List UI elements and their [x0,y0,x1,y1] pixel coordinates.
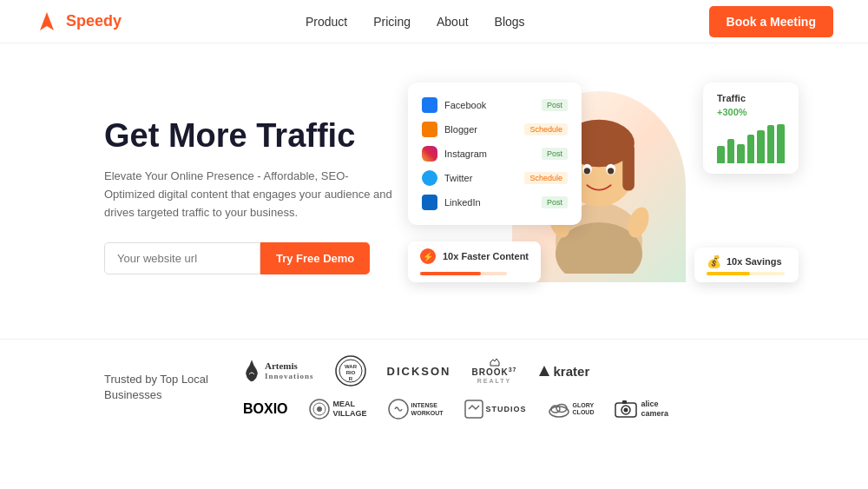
boxio-logo: BOXIO [243,401,288,417]
blogger-tag: Schedule [524,123,568,135]
nav-product[interactable]: Product [306,15,347,29]
svg-point-19 [317,406,322,412]
twitter-label: Twitter [444,173,472,183]
savings-row: 💰 10x Savings [707,254,786,268]
studios-icon [464,400,483,419]
bar-4 [747,135,755,163]
glory-cloud-icon [548,400,570,419]
faster-icon: ⚡ [420,248,436,264]
workout-icon [388,399,409,420]
warrior-logo: WAR RIO R [335,355,366,387]
hero-illustration: Facebook Post Blogger Schedule Instagram… [399,74,799,317]
faster-progress-fill [420,272,481,275]
artemis-icon [243,359,260,383]
linkedin-tag: Post [542,196,568,208]
bar-5 [757,130,765,163]
logos-section: Trusted by Top Local Businesses Artemis … [0,339,868,420]
nav-about[interactable]: About [437,15,469,29]
logos-grid: Artemis Innovations WAR RIO R DICKSON [243,355,764,420]
facebook-icon [422,97,437,113]
instagram-label: Instagram [444,149,487,159]
svg-text:R: R [348,376,352,381]
nav-links: Product Pricing About Blogs [306,15,525,29]
camera-icon [615,400,637,419]
brook-crown-icon [490,358,500,367]
social-row-instagram: Instagram Post [422,142,568,166]
faster-label: 10x Faster Content [443,251,529,261]
facebook-label: Facebook [444,100,486,110]
traffic-percent: +300% [717,107,785,117]
dickson-logo: DICKSON [387,365,451,378]
bar-1 [717,146,725,163]
savings-label: 10x Savings [727,256,782,267]
instagram-tag: Post [542,148,568,160]
social-row-linkedin: LinkedIn Post [422,190,568,215]
faster-progress-bar [420,272,507,275]
website-url-input[interactable] [104,242,260,274]
social-media-card: Facebook Post Blogger Schedule Instagram… [408,83,582,225]
hero-section: Get More Traffic Elevate Your Online Pre… [0,43,868,339]
blogger-icon [422,122,437,137]
bar-3 [737,144,745,163]
alice-camera-logo: alicecamera [615,400,668,419]
savings-progress-bar [707,272,785,275]
nav-blogs[interactable]: Blogs [495,15,525,29]
glory-cloud-logo: GLORYCLOUD [548,400,595,419]
traffic-card: Traffic +300% [703,83,799,174]
svg-rect-5 [622,143,635,191]
facebook-tag: Post [542,99,568,111]
warrior-icon: WAR RIO R [335,355,366,387]
hero-subtitle: Elevate Your Online Presence - Affordabl… [104,168,399,221]
trusted-label: Trusted by Top Local Businesses [104,372,217,403]
intense-workout-logo: INTENSEWORKOUT [388,399,444,420]
studios-logo: STUDIOS [464,400,527,419]
svg-rect-28 [622,400,627,404]
krater-triangle-icon [538,365,550,377]
svg-rect-21 [465,400,483,418]
hero-left: Get More Traffic Elevate Your Online Pre… [104,116,399,275]
svg-text:RIO: RIO [345,370,355,375]
krater-logo: krater [538,364,590,379]
social-row-twitter: Twitter Schedule [422,166,568,190]
meal-village-logo: MEALVILLAGE [309,399,367,420]
svg-text:WAR: WAR [345,364,358,369]
bar-2 [727,139,735,163]
bar-7 [777,124,785,163]
faster-content-badge: ⚡ 10x Faster Content [408,241,541,282]
hero-cta-row: Try Free Demo [104,242,399,274]
twitter-icon [422,170,437,186]
nav-pricing[interactable]: Pricing [373,15,411,29]
logo[interactable]: Speedy [35,10,122,34]
book-meeting-button[interactable]: Book a Meeting [709,6,833,37]
traffic-bar-chart [717,124,785,163]
artemis-logo: Artemis Innovations [243,359,314,383]
social-row-blogger: Blogger Schedule [422,117,568,142]
logos-row-2: BOXIO MEALVILLAGE [243,399,764,420]
logo-icon [35,10,59,34]
blogger-label: Blogger [444,124,477,135]
twitter-tag: Schedule [524,172,568,184]
meal-icon [309,399,330,420]
traffic-card-label: Traffic [717,93,785,103]
savings-icon: 💰 [707,254,721,268]
social-row-facebook: Facebook Post [422,93,568,117]
hero-title: Get More Traffic [104,116,399,156]
linkedin-label: LinkedIn [444,197,481,208]
svg-point-27 [624,408,628,413]
brook37-logo: BROOK37 REALTY [471,358,516,383]
linkedin-icon [422,195,437,210]
svg-point-9 [608,168,614,174]
try-free-demo-button[interactable]: Try Free Demo [260,242,370,274]
logos-container: Trusted by Top Local Businesses Artemis … [52,355,816,420]
bar-6 [767,125,775,163]
svg-point-8 [584,168,590,174]
instagram-icon [422,146,437,162]
savings-badge: 💰 10x Savings [694,248,799,282]
navbar: Speedy Product Pricing About Blogs Book … [0,0,868,43]
brand-name: Speedy [66,12,122,30]
savings-progress-fill [707,272,750,275]
logos-row-1: Artemis Innovations WAR RIO R DICKSON [243,355,764,387]
